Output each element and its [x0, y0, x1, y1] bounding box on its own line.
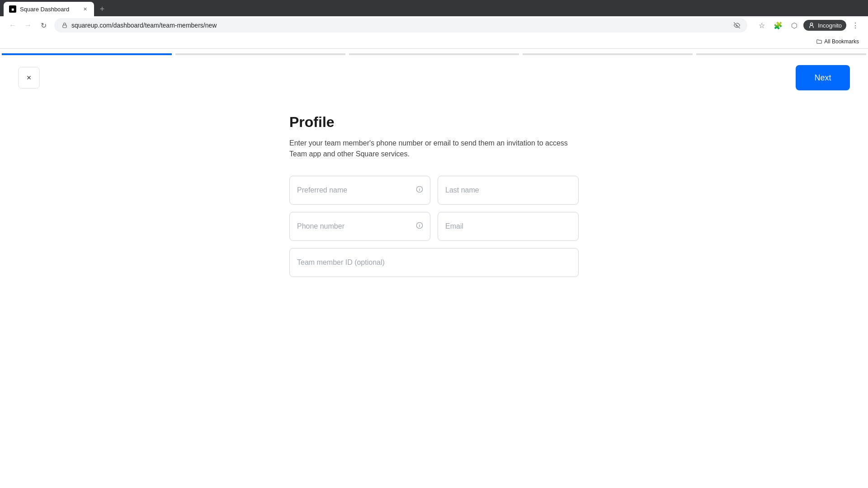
next-label: Next: [814, 73, 831, 83]
progress-step-5: [696, 53, 866, 55]
preferred-name-info-icon[interactable]: [416, 186, 423, 195]
progress-step-1: [2, 53, 172, 55]
nav-controls: ← → ↻: [5, 18, 51, 33]
page-title: Profile: [289, 114, 579, 131]
last-name-field: [438, 176, 579, 205]
last-name-input[interactable]: [438, 176, 579, 205]
team-member-id-field: [289, 248, 579, 277]
tab-close-button[interactable]: ✕: [81, 5, 89, 13]
url-bar[interactable]: squareup.com/dashboard/team/team-members…: [54, 18, 747, 33]
progress-step-4: [523, 53, 693, 55]
close-icon: ×: [27, 73, 32, 83]
team-id-row: [289, 248, 579, 277]
progress-steps: [0, 53, 868, 55]
team-member-id-input[interactable]: [289, 248, 579, 277]
tab-title: Square Dashboard: [20, 6, 78, 13]
new-tab-button[interactable]: +: [96, 3, 108, 15]
form-description: Enter your team member's phone number or…: [289, 138, 579, 160]
back-button[interactable]: ←: [5, 18, 20, 33]
address-bar: ← → ↻ squareup.com/dashboard/team/team-m…: [0, 16, 868, 34]
bookmarks-label: All Bookmarks: [824, 38, 859, 45]
actions-bar: × Next: [0, 60, 868, 96]
tab-favicon: ■: [9, 5, 16, 13]
email-input[interactable]: [438, 212, 579, 241]
incognito-badge[interactable]: Incognito: [803, 20, 846, 31]
url-text: squareup.com/dashboard/team/team-members…: [71, 22, 730, 29]
active-tab[interactable]: ■ Square Dashboard ✕: [4, 2, 94, 16]
phone-input[interactable]: [289, 212, 430, 241]
folder-icon: [816, 38, 822, 45]
all-bookmarks[interactable]: All Bookmarks: [812, 37, 863, 47]
progress-step-3: [349, 53, 519, 55]
next-button[interactable]: Next: [796, 65, 850, 90]
email-field: [438, 212, 579, 241]
eye-off-icon: [734, 22, 740, 28]
form-section: Profile Enter your team member's phone n…: [0, 96, 868, 488]
forward-button[interactable]: →: [21, 18, 35, 33]
progress-section: [0, 49, 868, 60]
svg-rect-0: [63, 25, 66, 28]
progress-step-2: [175, 53, 345, 55]
close-button[interactable]: ×: [18, 67, 40, 89]
contact-row: [289, 212, 579, 241]
bookmark-button[interactable]: ☆: [755, 18, 769, 33]
preferred-name-input[interactable]: [289, 176, 430, 205]
bookmarks-bar: All Bookmarks: [0, 34, 868, 49]
profile-button[interactable]: ⬡: [787, 18, 802, 33]
incognito-icon: [808, 22, 815, 29]
preferred-name-field: [289, 176, 430, 205]
reload-button[interactable]: ↻: [36, 18, 51, 33]
phone-field: [289, 212, 430, 241]
menu-button[interactable]: ⋮: [848, 18, 863, 33]
lock-icon: [61, 22, 68, 28]
page-content: × Next Profile Enter your team member's …: [0, 49, 868, 488]
incognito-label: Incognito: [818, 22, 842, 29]
form-container: Profile Enter your team member's phone n…: [289, 114, 579, 284]
browser-actions: ☆ 🧩 ⬡ Incognito ⋮: [755, 18, 863, 33]
phone-info-icon[interactable]: [416, 222, 423, 231]
extensions-button[interactable]: 🧩: [771, 18, 785, 33]
tab-bar: ■ Square Dashboard ✕ +: [0, 0, 868, 16]
name-row: [289, 176, 579, 205]
svg-point-2: [811, 23, 813, 25]
